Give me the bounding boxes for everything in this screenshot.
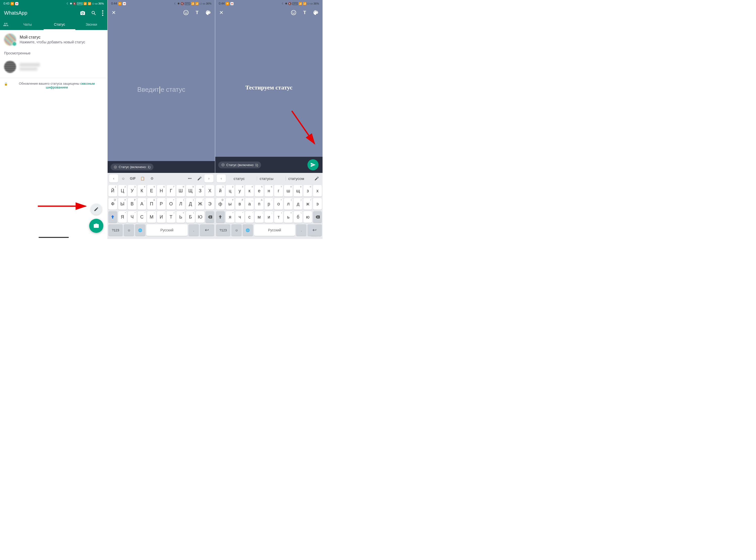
key-п[interactable]: &П	[147, 198, 156, 210]
key-с[interactable]: 'С	[138, 211, 146, 223]
emoji-icon[interactable]	[291, 10, 297, 15]
close-button[interactable]: ✕	[219, 9, 224, 16]
key-г[interactable]: 7г	[274, 185, 283, 197]
key-ь[interactable]: ?ь	[284, 211, 293, 223]
font-icon[interactable]: T	[302, 10, 307, 15]
key-ж[interactable]: /ж	[303, 198, 312, 210]
key-н[interactable]: 6н	[265, 185, 273, 197]
edit-text-status-button[interactable]	[91, 204, 102, 215]
kb-settings-icon[interactable]: ⚙	[147, 174, 157, 182]
key-в[interactable]: ₽в	[236, 198, 244, 210]
key-ы[interactable]: #ы	[226, 198, 234, 210]
key-з[interactable]: 0з	[303, 185, 312, 197]
key-з[interactable]: 0З	[196, 185, 205, 197]
audience-chip[interactable]: Статус (включено: 1)	[110, 164, 154, 171]
key-numbers[interactable]: ?123	[216, 224, 230, 236]
key-в[interactable]: ₽В	[128, 198, 137, 210]
send-button[interactable]	[307, 159, 319, 171]
key-у[interactable]: 3У	[128, 185, 137, 197]
key-о[interactable]: +О	[167, 198, 176, 210]
key-ф[interactable]: @Ф	[108, 198, 117, 210]
key-ш[interactable]: 8Ш	[177, 185, 185, 197]
key-language[interactable]: 🌐	[135, 224, 145, 236]
key-ф[interactable]: @ф	[216, 198, 225, 210]
key-л[interactable]: (Л	[177, 198, 185, 210]
kb-suggestion[interactable]: статус	[231, 176, 247, 181]
key-ж[interactable]: /Ж	[196, 198, 205, 210]
key-period[interactable]: .	[188, 224, 199, 236]
key-х[interactable]: Х	[205, 185, 214, 197]
key-х[interactable]: х	[313, 185, 322, 197]
key-shift[interactable]	[108, 211, 117, 223]
key-р[interactable]: -Р	[157, 198, 166, 210]
key-ю[interactable]: Ю	[196, 211, 205, 223]
key-н[interactable]: 6Н	[157, 185, 166, 197]
more-icon[interactable]	[102, 10, 103, 16]
tab-status[interactable]: Статус	[44, 19, 76, 30]
kb-chevron-left-icon[interactable]: ‹	[217, 174, 226, 182]
kb-sticker-icon[interactable]: ☺	[119, 174, 128, 182]
status-text-input[interactable]: Введите статус	[108, 18, 215, 161]
key-э[interactable]: Э	[205, 198, 214, 210]
key-ч[interactable]: "ч	[236, 211, 244, 223]
key-м[interactable]: :М	[147, 211, 156, 223]
key-т[interactable]: !Т	[167, 211, 176, 223]
key-у[interactable]: 3у	[236, 185, 244, 197]
key-space[interactable]: Русский	[146, 224, 187, 236]
camera-status-button[interactable]	[89, 219, 103, 233]
key-emoji[interactable]: ☺	[124, 224, 134, 236]
key-к[interactable]: 4К	[138, 185, 146, 197]
key-к[interactable]: 4к	[245, 185, 254, 197]
key-б[interactable]: \б	[293, 211, 302, 223]
key-ч[interactable]: "Ч	[128, 211, 137, 223]
key-а[interactable]: _а	[245, 198, 254, 210]
key-backspace[interactable]	[313, 211, 322, 223]
kb-mic-icon[interactable]: 🎤	[312, 174, 321, 182]
key-й[interactable]: 1й	[216, 185, 225, 197]
key-е[interactable]: 5Е	[147, 185, 156, 197]
key-shift[interactable]	[216, 211, 225, 223]
key-п[interactable]: &п	[255, 198, 264, 210]
key-ь[interactable]: ?Ь	[177, 211, 185, 223]
key-period[interactable]: .	[296, 224, 306, 236]
key-я[interactable]: *я	[226, 211, 234, 223]
key-г[interactable]: 7Г	[167, 185, 176, 197]
key-а[interactable]: _А	[138, 198, 146, 210]
kb-chevron-left-icon[interactable]: ‹	[109, 174, 118, 182]
close-button[interactable]: ✕	[111, 9, 116, 16]
kb-more-icon[interactable]: •••	[185, 174, 194, 182]
key-о[interactable]: +о	[274, 198, 283, 210]
key-д[interactable]: )Д	[186, 198, 195, 210]
key-е[interactable]: 5е	[255, 185, 264, 197]
tab-calls[interactable]: Звонки	[75, 19, 107, 30]
key-с[interactable]: 'с	[245, 211, 254, 223]
my-status-row[interactable]: + Мой статус Нажмите, чтобы добавить нов…	[0, 30, 107, 49]
camera-icon[interactable]	[80, 10, 85, 16]
key-ю[interactable]: ю	[303, 211, 312, 223]
kb-gif-button[interactable]: GIF	[128, 174, 137, 182]
key-backspace[interactable]	[205, 211, 214, 223]
kb-suggestion[interactable]: статусом	[286, 176, 307, 181]
key-щ[interactable]: 9щ	[293, 185, 302, 197]
key-я[interactable]: *Я	[118, 211, 127, 223]
kb-clipboard-icon[interactable]: 📋	[138, 174, 147, 182]
community-tab-icon[interactable]	[0, 22, 12, 27]
key-т[interactable]: !т	[274, 211, 283, 223]
viewed-status-row[interactable]	[0, 57, 107, 76]
key-и[interactable]: ;и	[265, 211, 273, 223]
font-icon[interactable]: T	[194, 10, 200, 15]
key-ы[interactable]: #Ы	[118, 198, 127, 210]
tab-chats[interactable]: Чаты	[12, 19, 44, 30]
key-ц[interactable]: 2Ц	[118, 185, 127, 197]
key-д[interactable]: )д	[293, 198, 302, 210]
audience-chip[interactable]: Статус (включено: 1)	[218, 162, 261, 168]
status-text-input[interactable]: Тестируем статус	[215, 18, 323, 157]
key-б[interactable]: \Б	[186, 211, 195, 223]
emoji-icon[interactable]	[183, 10, 189, 15]
key-и[interactable]: ;И	[157, 211, 166, 223]
key-enter[interactable]	[307, 224, 322, 236]
palette-icon[interactable]	[313, 10, 319, 15]
key-щ[interactable]: 9Щ	[186, 185, 195, 197]
kb-suggestion[interactable]: статусы	[257, 176, 276, 181]
key-enter[interactable]	[200, 224, 214, 236]
